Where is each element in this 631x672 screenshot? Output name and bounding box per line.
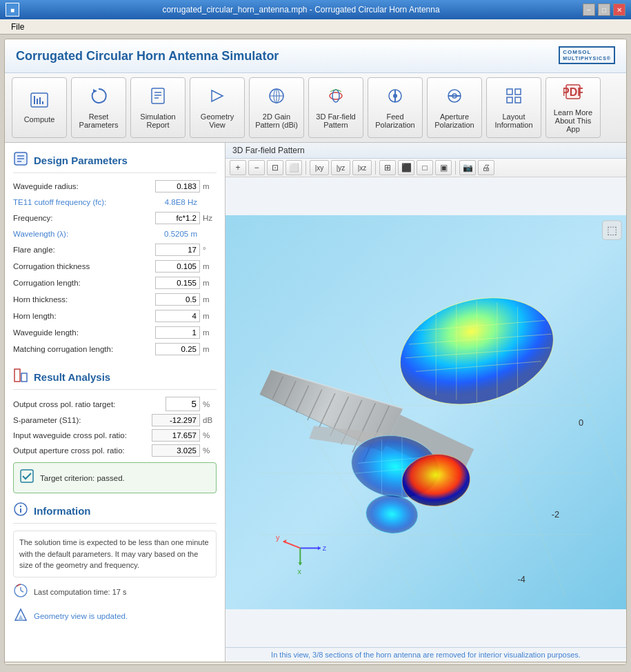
print-button[interactable]: 🖨	[478, 160, 494, 175]
result-analysis-header: Result Analysis	[13, 368, 217, 390]
param-input-waveguide-length[interactable]	[155, 326, 200, 339]
information-icon	[13, 502, 28, 520]
svg-point-19	[393, 94, 397, 98]
toolbar: Compute Reset Parameters Simulation Repo…	[5, 73, 626, 143]
aperture-polarization-label: Aperture Polarization	[430, 112, 479, 129]
view-xy-button[interactable]: |xy	[310, 160, 329, 175]
zoom-extents-button[interactable]: ⊡	[267, 160, 283, 175]
param-input-horn-length[interactable]	[155, 310, 200, 322]
param-label-corrugation-length: Corrugation length:	[13, 279, 155, 287]
layout-information-button[interactable]: Layout Information	[486, 77, 541, 138]
zoom-out-button[interactable]: −	[248, 160, 265, 175]
3d-farfield-pattern-button[interactable]: 3D Far-field Pattern	[308, 77, 363, 138]
param-label-te11[interactable]: TE11 cutoff frequency (fc):	[13, 198, 152, 206]
param-input-corrugation-length[interactable]	[155, 277, 200, 289]
layout-information-label: Layout Information	[490, 112, 538, 129]
svg-rect-44	[226, 215, 626, 609]
compute-button[interactable]: Compute	[12, 77, 67, 138]
grid-button[interactable]: ⊞	[379, 160, 396, 175]
param-input-corrugation-thickness[interactable]	[155, 260, 200, 273]
svg-text:x: x	[297, 567, 301, 575]
result-label-input-waveguide: Input waveguide cross pol. ratio:	[13, 431, 152, 439]
param-label-wavelength[interactable]: Wavelength (λ):	[13, 230, 152, 238]
param-row-horn-length: Horn length: m	[13, 310, 217, 322]
wireframe-button[interactable]: ⬛	[398, 160, 414, 175]
close-button[interactable]: ✕	[613, 3, 625, 16]
svg-text:y: y	[276, 533, 280, 542]
aperture-polarization-icon	[445, 86, 464, 110]
result-unit-output-cross-pol: %	[203, 400, 217, 408]
svg-line-41	[21, 591, 23, 592]
view-yz-button[interactable]: |yz	[331, 160, 350, 175]
param-unit-flare-angle: °	[203, 246, 217, 254]
view-canvas[interactable]: 0 -2 -4	[226, 177, 626, 647]
last-compute-row: Last computation time: 17 s	[13, 583, 217, 602]
param-input-horn-thickness[interactable]	[155, 293, 200, 306]
toolbar-separator-2	[375, 161, 376, 175]
zoom-selection-button[interactable]: ⬜	[286, 160, 302, 175]
param-row-flare-angle: Flare angle: °	[13, 244, 217, 256]
screenshot-button[interactable]: 📷	[459, 160, 476, 175]
title-bar: ■ corrugated_circular_horn_antenna.mph -…	[0, 0, 631, 19]
param-row-corrugation-thickness: Corrugation thickness m	[13, 260, 217, 273]
content-area: Design Parameters Waveguide radius: m TE…	[5, 143, 626, 662]
2d-gain-pattern-button[interactable]: 2D Gain Pattern (dBi)	[249, 77, 304, 138]
about-link[interactable]: About	[598, 665, 619, 666]
param-input-flare-angle[interactable]	[155, 244, 200, 256]
result-label-output-aperture: Output aperture cross pol. ratio:	[13, 446, 152, 455]
param-label-flare-angle: Flare angle:	[13, 246, 155, 254]
toolbar-separator-3	[455, 161, 456, 175]
title-bar-controls: − □ ✕	[583, 3, 625, 16]
file-menu[interactable]: File	[6, 21, 30, 33]
svg-rect-6	[152, 88, 164, 103]
3d-farfield-label: 3D Far-field Pattern	[312, 112, 360, 129]
param-unit-waveguide-length: m	[203, 328, 217, 337]
target-criterion-box: Target criterion: passed.	[13, 462, 217, 493]
param-unit-horn-thickness: m	[203, 295, 217, 304]
minimize-button[interactable]: −	[583, 3, 595, 16]
param-row-waveguide-radius: Waveguide radius: m	[13, 180, 217, 192]
result-input-output-cross-pol[interactable]	[166, 397, 200, 411]
check-icon	[19, 468, 34, 487]
svg-marker-43	[18, 615, 23, 620]
feed-polarization-button[interactable]: Feed Polarization	[368, 77, 423, 138]
target-text: Target criterion: passed.	[40, 474, 125, 482]
param-input-matching-corrugation[interactable]	[155, 343, 200, 355]
view-title: 3D Far-field Pattern	[232, 146, 305, 155]
maximize-button[interactable]: □	[598, 3, 610, 16]
svg-rect-26	[515, 97, 521, 103]
param-row-waveguide-length: Waveguide length: m	[13, 326, 217, 339]
param-row-frequency: Frequency: Hz	[13, 212, 217, 224]
svg-text:z: z	[323, 544, 327, 552]
title-bar-title: corrugated_circular_horn_antenna.mph - C…	[19, 5, 583, 14]
learn-more-button[interactable]: PDF Learn More About This App	[545, 77, 601, 138]
result-unit-output-aperture: %	[203, 446, 217, 455]
simulation-report-button[interactable]: Simulation Report	[130, 77, 186, 138]
edges-button[interactable]: ▣	[435, 160, 452, 175]
geometry-view-button[interactable]: Geometry View	[190, 77, 245, 138]
param-label-corrugation-thickness: Corrugation thickness	[13, 262, 155, 270]
title-bar-icon: ■	[6, 3, 19, 17]
param-value-wavelength: 0.5205 m	[152, 228, 200, 239]
param-label-horn-thickness: Horn thickness:	[13, 295, 155, 304]
svg-rect-25	[507, 97, 512, 103]
reset-parameters-button[interactable]: Reset Parameters	[71, 77, 126, 138]
view-header: 3D Far-field Pattern	[226, 143, 626, 159]
2d-gain-pattern-label: 2D Gain Pattern (dBi)	[252, 112, 301, 129]
result-row-output-aperture: Output aperture cross pol. ratio: 3.025 …	[13, 444, 217, 457]
aperture-polarization-button[interactable]: Aperture Polarization	[427, 77, 482, 138]
param-label-frequency: Frequency:	[13, 214, 155, 222]
result-value-input-waveguide: 17.657	[152, 429, 200, 442]
svg-marker-10	[212, 90, 223, 101]
param-unit-corrugation-length: m	[203, 279, 217, 287]
surface-button[interactable]: □	[417, 160, 433, 175]
zoom-in-button[interactable]: +	[230, 160, 246, 175]
param-input-frequency[interactable]	[155, 212, 200, 224]
view-xz-button[interactable]: |xz	[352, 160, 372, 175]
design-params-header: Design Parameters	[13, 151, 217, 173]
param-input-waveguide-radius[interactable]	[155, 180, 200, 192]
svg-rect-23	[507, 89, 512, 95]
svg-text:0: 0	[579, 417, 583, 428]
learn-more-label: Learn More About This App	[549, 108, 597, 133]
geometry-update-link[interactable]: Geometry view is updated.	[34, 612, 128, 620]
